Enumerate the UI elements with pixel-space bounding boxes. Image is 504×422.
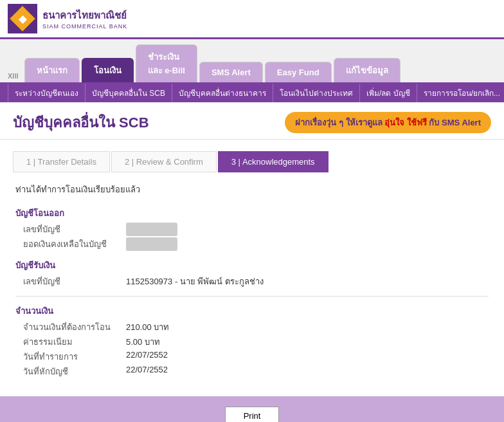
step-1-num: 1 | xyxy=(26,157,35,167)
content-area: ท่านได้ทำการโอนเงินเรียบร้อยแล้ว บัญชีโอ… xyxy=(0,172,504,396)
tab-home-label: หน้าแรก xyxy=(37,66,68,75)
amount-title: จำนวนเงิน xyxy=(15,304,489,318)
bank-name-area: ธนาคารไทยพาณิชย์ SIAM COMMERCIAL BANK xyxy=(42,8,127,30)
transaction-date-row: วันที่ทำรายการ 22/07/2552 xyxy=(15,350,489,363)
step-2-label: Review & Confirm xyxy=(136,157,203,167)
fee-value: 5.00 บาท xyxy=(126,335,160,349)
source-account-number-row: เลขที่บัญชี xyxy=(15,223,489,236)
tab-edit-label: แก้ไขข้อมูล xyxy=(346,66,388,75)
dest-account-number-label: เลขที่บัญชี xyxy=(23,275,126,288)
step-1-label: Transfer Details xyxy=(38,157,96,167)
step-3-label: Acknowledgements xyxy=(242,157,315,167)
tab-transfer[interactable]: โอนเงิน xyxy=(82,58,134,82)
source-balance-value xyxy=(126,237,177,251)
tab-payment-label: ชำระเงินและ e-Bill xyxy=(148,52,185,75)
sub-nav-manage-account[interactable]: เพิ่ม/ลด บัญชี xyxy=(360,84,417,102)
book-date-row: วันที่หักบัญชี 22/07/2552 xyxy=(15,365,489,378)
amount-section: จำนวนเงิน จำนวนเงินที่ต้องการโอน 210.00 … xyxy=(15,304,489,378)
main-content: บัญชีบุคคลอื่นใน SCB ฝากเรื่องวุ่น ๆ ให้… xyxy=(0,102,504,422)
step-3-num: 3 | xyxy=(231,157,240,167)
nav-xiii-label: XIII xyxy=(8,72,19,82)
tab-easyfund[interactable]: Easy Fund xyxy=(265,62,332,82)
bank-name-thai: ธนาคารไทยพาณิชย์ xyxy=(42,8,127,23)
page-header-bar: บัญชีบุคคลอื่นใน SCB ฝากเรื่องวุ่น ๆ ให้… xyxy=(0,102,504,140)
logo-area: ◆ ธนาคารไทยพาณิชย์ SIAM COMMERCIAL BANK xyxy=(8,4,127,33)
promo-banner: ฝากเรื่องวุ่น ๆ ให้เราดูแล อุ่นใจ ใช้ฟรี… xyxy=(285,112,491,133)
source-account-title: บัญชีโอนออก xyxy=(15,206,489,220)
dest-account-number-value: 1152530973 - นาย พีพัฒน์ ตระกูลช่าง xyxy=(126,275,264,288)
transaction-date-label: วันที่ทำรายการ xyxy=(23,350,126,363)
tab-sms[interactable]: SMS Alert xyxy=(199,62,263,82)
tab-edit[interactable]: แก้ไขข้อมูล xyxy=(334,58,401,82)
bank-name-english: SIAM COMMERCIAL BANK xyxy=(42,23,127,30)
book-date-value: 22/07/2552 xyxy=(126,365,168,378)
book-date-label: วันที่หักบัญชี xyxy=(23,365,126,378)
tab-transfer-label: โอนเงิน xyxy=(94,66,122,75)
tab-easyfund-label: Easy Fund xyxy=(277,68,320,77)
promo-highlight: อุ่นใจ ใช้ฟรี xyxy=(384,118,427,127)
tab-payment[interactable]: ชำระเงินและ e-Bill xyxy=(136,44,197,82)
sub-nav: ระหว่างบัญชีตนเอง บัญชีบุคคลอื่นใน SCB บ… xyxy=(0,84,504,102)
success-message: ท่านได้ทำการโอนเงินเรียบร้อยแล้ว xyxy=(15,183,489,196)
nav-tabs: XIII หน้าแรก โอนเงิน ชำระเงินและ e-Bill … xyxy=(0,39,504,84)
fee-label: ค่าธรรมเนียม xyxy=(23,335,126,349)
sub-nav-own-account[interactable]: ระหว่างบัญชีตนเอง xyxy=(8,84,86,102)
sub-nav-other-scb[interactable]: บัญชีบุคคลอื่นใน SCB xyxy=(86,84,172,102)
fee-row: ค่าธรรมเนียม 5.00 บาท xyxy=(15,335,489,349)
sub-nav-pending[interactable]: รายการรอโอน/ยกเลิก... xyxy=(417,84,504,102)
step-2: 2 | Review & Confirm xyxy=(111,151,217,172)
logo-icon: ◆ xyxy=(19,13,26,25)
print-section: Print กรุณาคลิก "Print" หากต้องการพิมพ์ห… xyxy=(0,396,504,422)
sub-nav-international[interactable]: โอนเงินไปต่างประเทศ xyxy=(273,84,360,102)
source-balance-row: ยอดเงินคงเหลือในบัญชี xyxy=(15,237,489,251)
transaction-date-value: 22/07/2552 xyxy=(126,350,168,363)
tab-sms-label: SMS Alert xyxy=(212,68,251,77)
amount-value: 210.00 บาท xyxy=(126,320,169,334)
divider-1 xyxy=(15,296,489,297)
dest-account-section: บัญชีรับเงิน เลขที่บัญชี 1152530973 - นา… xyxy=(15,259,489,288)
tab-home[interactable]: หน้าแรก xyxy=(24,58,80,82)
source-account-number-label: เลขที่บัญชี xyxy=(23,223,126,236)
page-header: ◆ ธนาคารไทยพาณิชย์ SIAM COMMERCIAL BANK xyxy=(0,0,504,39)
dest-account-title: บัญชีรับเงิน xyxy=(15,259,489,272)
step-1: 1 | Transfer Details xyxy=(13,151,110,172)
sub-nav-other-bank[interactable]: บัญชีบุคคลอื่นต่างธนาคาร xyxy=(172,84,273,102)
promo-suffix: กับ SMS Alert xyxy=(429,118,481,127)
print-button[interactable]: Print xyxy=(225,407,280,422)
promo-text: ฝากเรื่องวุ่น ๆ ให้เราดูแล xyxy=(295,118,382,127)
amount-row: จำนวนเงินที่ต้องการโอน 210.00 บาท xyxy=(15,320,489,334)
source-account-number-value xyxy=(126,223,177,236)
steps-bar: 1 | Transfer Details 2 | Review & Confir… xyxy=(13,140,491,172)
source-account-section: บัญชีโอนออก เลขที่บัญชี ยอดเงินคงเหลือใน… xyxy=(15,206,489,251)
step-3: 3 | Acknowledgements xyxy=(218,151,328,172)
source-balance-label: ยอดเงินคงเหลือในบัญชี xyxy=(23,237,126,251)
page-title: บัญชีบุคคลอื่นใน SCB xyxy=(13,111,149,134)
dest-account-number-row: เลขที่บัญชี 1152530973 - นาย พีพัฒน์ ตระ… xyxy=(15,275,489,288)
step-2-num: 2 | xyxy=(125,157,134,167)
amount-label: จำนวนเงินที่ต้องการโอน xyxy=(23,320,126,334)
